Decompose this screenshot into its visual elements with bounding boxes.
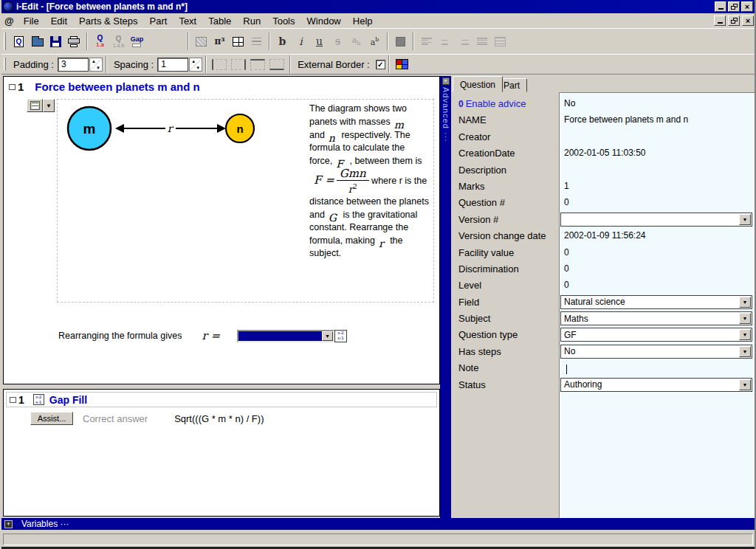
property-row-version-number: Version # ▼ [453,212,755,228]
menu-help[interactable]: Help [347,14,379,28]
part-type-dropdown[interactable]: ▼ [43,99,55,112]
property-label: Version # [453,212,559,228]
part-type-button[interactable] [27,99,43,112]
collapse-toggle[interactable] [10,397,16,403]
save-button[interactable] [47,32,65,51]
property-value[interactable]: 0 [559,195,755,211]
property-value[interactable] [559,162,755,179]
paragraph-button [247,32,266,51]
question-type-combobox[interactable]: GF ▼ [560,328,752,342]
assist-button[interactable]: Assist... [30,412,73,425]
status-combobox[interactable]: Authoring ▼ [560,378,752,392]
property-row-facility-value: Facility value 0 [453,245,755,261]
menu-tools[interactable]: Tools [267,14,300,28]
advice-icon: 0 [458,99,464,109]
chevron-down-icon[interactable]: ▼ [739,297,751,308]
insert-gap-button[interactable]: Gap [128,32,146,51]
new-question-button[interactable]: Q [10,32,28,51]
property-row-has-steps: Has steps No ▼ [453,344,755,360]
has-steps-combobox[interactable]: No ▼ [560,345,752,359]
menu-table[interactable]: Table [202,14,237,28]
property-row-field: Field Natural science ▼ [453,294,755,311]
mdi-restore-button[interactable] [728,15,740,26]
mdi-child-icon[interactable]: @ [4,15,14,27]
gap-fill-header: 1 x-2x-1 Gap Fill [6,392,437,407]
advanced-strip[interactable]: + Advanced ··· [440,76,451,518]
border-right-icon [231,59,246,70]
minimize-button[interactable] [715,1,726,12]
open-button[interactable] [28,32,47,51]
property-label: Facility value [453,245,559,261]
subject-combobox[interactable]: Maths ▼ [560,311,752,325]
property-value[interactable]: 2002-01-05 11:03:50 [559,145,755,162]
padding-input[interactable] [58,58,89,72]
answer-prefix: Rearranging the formula gives [58,331,182,341]
align-center-icon [440,37,450,46]
gap-fill-number: 1 [18,394,24,406]
mdi-close-button[interactable]: × [742,15,754,26]
correct-answer-value[interactable]: Sqrt(((G * m * n) / F)) [174,413,264,424]
property-value[interactable]: 1 [559,179,755,195]
collapse-toggle[interactable] [9,84,16,90]
padding-stepper[interactable]: ▲ ▼ [89,58,103,72]
field-combobox[interactable]: Natural science ▼ [560,295,752,309]
spacing-stepper[interactable]: ▲ ▼ [189,58,202,72]
menu-parts-steps[interactable]: Parts & Steps [73,14,143,28]
property-value[interactable]: 2002-01-09 11:56:24 [559,228,755,244]
insert-equation-button[interactable]: π³ [210,32,229,51]
chevron-down-icon[interactable]: ▼ [322,331,333,341]
menu-file[interactable]: File [18,14,45,28]
align-center-button [436,32,454,51]
chevron-down-icon[interactable]: ▼ [739,313,751,324]
italic-button[interactable]: i [292,32,310,51]
external-border-checkbox[interactable]: ✓ [376,60,385,69]
close-button[interactable]: × [741,1,753,12]
chevron-down-icon[interactable]: ▼ [739,329,751,340]
toolbar-grip[interactable] [4,58,6,71]
align-left-button [417,32,436,51]
answer-gap-combobox[interactable]: ▼ [237,330,334,342]
variables-label: Variables ··· [21,519,69,529]
paragraph-lines-icon [252,38,261,46]
gap-fill-icon[interactable]: x-2x-1 [334,330,347,342]
table-colors-icon[interactable] [396,59,408,69]
property-label: Creator [453,129,559,145]
expand-icon[interactable]: + [4,520,13,528]
property-row-marks: Marks 1 [453,179,755,195]
property-value[interactable]: Force between planets m and n [559,112,755,128]
question-numbering-button[interactable]: Q1.a [91,32,109,51]
question-content-area[interactable]: m r n The diagram shows two panets with … [57,99,434,303]
property-value[interactable]: 0 [559,277,755,294]
menu-text[interactable]: Text [173,14,202,28]
chevron-down-icon[interactable]: ▼ [739,379,751,390]
property-value[interactable]: No [559,96,755,112]
toolbar-grip[interactable] [4,32,6,50]
minimize-icon [718,22,723,24]
arrow-left-head [115,124,124,133]
version-combobox[interactable]: ▼ [560,213,752,227]
menu-edit[interactable]: Edit [45,14,73,28]
insert-table-button[interactable] [229,32,247,51]
restore-button[interactable] [728,1,740,12]
minimize-icon [718,8,724,10]
underline-button[interactable]: u [310,32,329,51]
menu-window[interactable]: Window [301,14,347,28]
tab-question[interactable]: Question [453,76,503,92]
print-button[interactable] [65,32,83,51]
menu-part[interactable]: Part [144,14,173,28]
spacing-input[interactable] [157,58,188,72]
note-field[interactable] [559,360,755,376]
bold-button[interactable]: b [273,32,292,51]
property-value[interactable]: 0 [559,261,755,277]
mdi-minimize-button[interactable] [714,15,726,26]
variables-bar[interactable]: + Variables ··· [1,518,755,530]
menu-run[interactable]: Run [237,14,267,28]
question-panel: 1 Force between planets m and n ▼ m r n … [3,76,440,384]
spacing-label: Spacing : [114,59,154,70]
chevron-down-icon[interactable]: ▼ [739,214,751,225]
property-label: Discrimination [453,261,559,277]
property-value[interactable] [559,129,755,145]
property-value[interactable]: 0 [559,245,755,261]
advanced-label: Advanced ··· [441,87,450,142]
chevron-down-icon[interactable]: ▼ [739,346,751,357]
